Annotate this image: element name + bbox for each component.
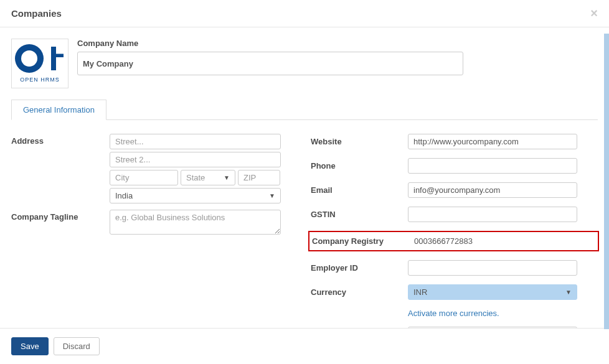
registry-label: Company Registry — [312, 236, 409, 246]
employer-id-input[interactable] — [408, 260, 577, 276]
company-name-input[interactable] — [77, 52, 463, 75]
email-label: Email — [311, 185, 408, 195]
country-value: India — [115, 191, 133, 200]
modal-title: Companies — [11, 8, 62, 19]
city-input[interactable] — [110, 170, 178, 185]
registry-input[interactable] — [409, 234, 576, 248]
chevron-down-icon: ▼ — [224, 174, 230, 181]
logo-text: OPEN HRMS — [20, 77, 60, 83]
currency-label: Currency — [311, 287, 408, 297]
form-area: Address State ▼ In — [11, 120, 598, 328]
state-select[interactable]: State ▼ — [181, 170, 235, 185]
tab-general-information[interactable]: General Information — [11, 100, 106, 120]
left-column: Address State ▼ In — [11, 134, 298, 328]
logo-icon — [15, 44, 65, 75]
company-name-block: Company Name — [77, 39, 598, 88]
chevron-down-icon: ▼ — [269, 192, 275, 199]
discard-button[interactable]: Discard — [54, 337, 100, 355]
chevron-down-icon: ▼ — [565, 289, 572, 296]
phone-input[interactable] — [408, 158, 577, 174]
gstin-label: GSTIN — [311, 210, 408, 219]
company-registry-highlight: Company Registry — [308, 231, 599, 251]
tagline-label: Company Tagline — [11, 210, 110, 222]
currency-value: INR — [413, 287, 427, 297]
tagline-textarea[interactable] — [110, 210, 281, 235]
modal-body: OPEN HRMS Company Name General Informati… — [0, 27, 609, 328]
modal-header: Companies × — [0, 0, 609, 27]
modal-footer: Save Discard — [0, 328, 609, 364]
company-name-label: Company Name — [77, 39, 598, 48]
save-button[interactable]: Save — [11, 337, 49, 355]
close-icon[interactable]: × — [590, 6, 598, 21]
activate-currencies-link[interactable]: Activate more currencies. — [408, 309, 499, 318]
employer-id-label: Employer ID — [311, 263, 408, 273]
address-label: Address — [11, 134, 110, 146]
email-input[interactable] — [408, 182, 577, 198]
website-label: Website — [311, 137, 408, 146]
tabs: General Information — [11, 100, 598, 120]
phone-label: Phone — [311, 161, 408, 170]
street-input[interactable] — [110, 134, 281, 149]
currency-select[interactable]: INR ▼ — [408, 284, 577, 300]
country-select[interactable]: India ▼ — [110, 188, 281, 203]
company-modal: Companies × OPEN HRMS Company Name Gener… — [0, 0, 609, 364]
website-input[interactable] — [408, 134, 577, 149]
gstin-input[interactable] — [408, 207, 577, 222]
zip-input[interactable] — [238, 170, 280, 185]
company-logo[interactable]: OPEN HRMS — [11, 39, 68, 88]
state-placeholder: State — [186, 173, 205, 182]
report-footer-input[interactable] — [408, 327, 577, 328]
street2-input[interactable] — [110, 152, 281, 167]
right-column: Website Phone Email GSTIN Company Regist… — [311, 134, 598, 328]
company-header-row: OPEN HRMS Company Name — [11, 39, 598, 88]
